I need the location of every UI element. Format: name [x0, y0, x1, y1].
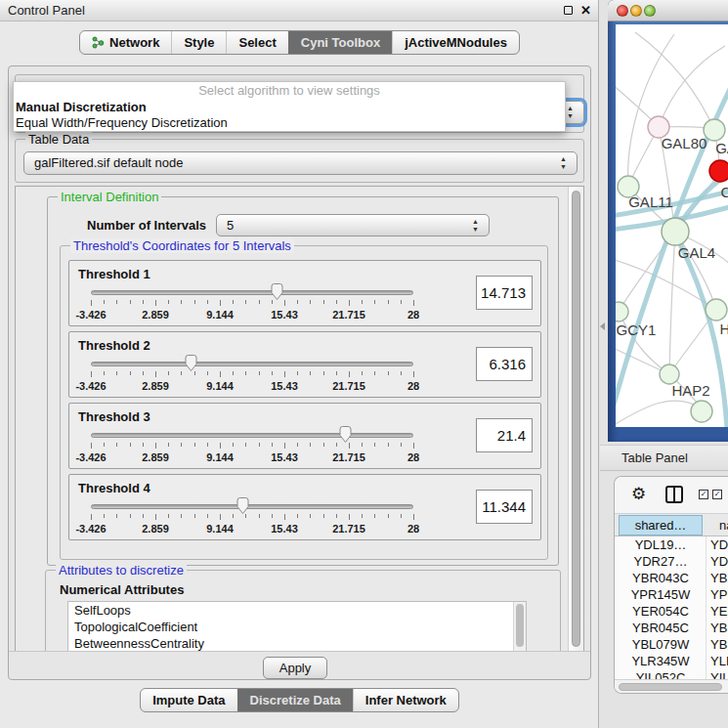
attributes-scrollbar-thumb[interactable] — [516, 604, 524, 647]
network-node-gal4[interactable] — [662, 218, 689, 245]
table-data-combobox[interactable]: galFiltered.sif default node ▲▼ — [23, 151, 578, 175]
cell-name[interactable]: YPR1 — [710, 586, 728, 603]
network-edge[interactable] — [669, 232, 675, 374]
slider-tick — [181, 443, 182, 447]
column-header-shared[interactable]: shared… — [619, 515, 703, 535]
network-edge[interactable] — [616, 259, 716, 310]
cell-shared-name[interactable]: YBR043C — [619, 570, 703, 586]
algorithm-placeholder-option[interactable]: Select algorithm to view settings — [14, 82, 565, 100]
slider-tick-label: 9.144 — [206, 309, 234, 321]
cell-name[interactable]: YDR2 — [710, 553, 728, 570]
tab-select[interactable]: Select — [226, 31, 287, 54]
threshold-value-field[interactable]: 14.713 — [476, 276, 533, 310]
network-node-gcy1[interactable] — [616, 302, 628, 321]
network-edge[interactable] — [628, 34, 674, 187]
network-node[interactable] — [691, 401, 712, 422]
table-row[interactable]: YBR045CYBR0 — [615, 620, 728, 636]
attribute-item[interactable]: SelfLoops — [68, 602, 526, 619]
checkbox-icon[interactable]: ✓ — [699, 490, 708, 499]
table-row[interactable]: YER054CYER0 — [615, 603, 728, 620]
cell-name[interactable]: YBR0 — [710, 620, 728, 636]
cell-shared-name[interactable]: YBL079W — [619, 636, 703, 653]
zoom-traffic-light[interactable] — [644, 5, 656, 17]
settings-scrollbar-thumb[interactable] — [572, 191, 580, 647]
slider-track[interactable] — [91, 433, 413, 438]
slider-thumb[interactable] — [184, 354, 198, 372]
network-node-hap2[interactable] — [660, 364, 679, 384]
network-canvas[interactable]: GAL80GACGAL11GAL4HGCY1HAP2 — [616, 24, 728, 427]
threshold-slider[interactable]: -3.4262.8599.14415.4321.71528 — [83, 425, 435, 468]
network-node-ga[interactable] — [704, 119, 725, 141]
tab-label: Style — [184, 31, 214, 54]
float-window-icon[interactable] — [564, 6, 573, 15]
column-header-name[interactable]: na — [719, 515, 728, 535]
cell-shared-name[interactable]: YDL19… — [619, 536, 703, 553]
slider-tick — [388, 514, 389, 518]
slider-tick-label: 2.859 — [142, 380, 169, 392]
cell-shared-name[interactable]: YBR045C — [619, 620, 703, 636]
slider-tick — [413, 371, 414, 377]
slider-tick — [91, 300, 92, 306]
threshold-slider[interactable]: -3.4262.8599.14415.4321.71528 — [83, 282, 435, 325]
numerical-attributes-list[interactable]: SelfLoopsTopologicalCoefficientBetweenne… — [67, 601, 527, 652]
tab-discretize-data[interactable]: Discretize Data — [237, 689, 353, 711]
cell-name[interactable]: YLR3 — [710, 653, 728, 669]
network-node-c[interactable] — [709, 160, 728, 182]
slider-track[interactable] — [91, 362, 413, 366]
attribute-item[interactable]: BetweennessCentrality — [68, 635, 526, 652]
tab-cyni-toolbox[interactable]: Cyni Toolbox — [288, 31, 392, 54]
cell-shared-name[interactable]: YPR145W — [619, 586, 703, 603]
splitter-arrow[interactable] — [600, 322, 605, 330]
algorithm-option-manual[interactable]: Manual Discretization — [14, 100, 565, 115]
network-titlebar[interactable] — [608, 0, 728, 21]
network-node-label: GAL11 — [628, 193, 673, 210]
table-row[interactable]: YDL19…YDL1 — [615, 536, 728, 553]
apply-button[interactable]: Apply — [263, 657, 327, 679]
checkbox-icon[interactable]: ✓ — [712, 490, 722, 499]
threshold-value-field[interactable]: 6.316 — [476, 347, 533, 381]
slider-track[interactable] — [91, 504, 413, 509]
slider-track[interactable] — [91, 290, 413, 295]
threshold-slider[interactable]: -3.4262.8599.14415.4321.71528 — [83, 354, 435, 397]
attribute-item[interactable]: TopologicalCoefficient — [68, 619, 526, 635]
cell-name[interactable]: YBL0 — [710, 636, 728, 653]
gear-icon[interactable]: ⚙ — [631, 484, 646, 504]
threshold-slider[interactable]: -3.4262.8599.14415.4321.71528 — [83, 496, 435, 539]
slider-thumb[interactable] — [338, 425, 353, 444]
cell-shared-name[interactable]: YDR27… — [619, 553, 703, 570]
tab-jactivemnodules[interactable]: jActiveMNodules — [392, 31, 519, 54]
threshold-value-field[interactable]: 21.4 — [476, 418, 533, 452]
minimize-traffic-light[interactable] — [630, 5, 642, 17]
attributes-scrollbar[interactable] — [513, 602, 526, 651]
table-row[interactable]: YBR043CYBR0 — [615, 570, 728, 586]
network-node-h[interactable] — [706, 299, 727, 321]
table-horizontal-scrollbar[interactable] — [615, 679, 728, 693]
table-row[interactable]: YPR145WYPR1 — [615, 586, 728, 603]
tab-network[interactable]: Network — [80, 31, 171, 54]
table-row[interactable]: YDR27…YDR2 — [615, 553, 728, 570]
cell-shared-name[interactable]: YLR345W — [619, 653, 703, 669]
tab-style[interactable]: Style — [171, 31, 226, 54]
close-icon[interactable]: ✕ — [580, 1, 591, 21]
cell-name[interactable]: YER0 — [710, 603, 728, 620]
cell-name[interactable]: YDL1 — [710, 536, 728, 553]
tab-impute-data[interactable]: Impute Data — [141, 689, 236, 711]
slider-tick — [104, 371, 105, 375]
tab-infer-network[interactable]: Infer Network — [353, 689, 458, 711]
cell-name[interactable]: YBR0 — [710, 570, 728, 586]
algorithm-option-equal-width[interactable]: Equal Width/Frequency Discretization — [14, 115, 565, 131]
slider-thumb[interactable] — [270, 282, 284, 301]
slider-thumb[interactable] — [236, 496, 250, 515]
slider-tick — [245, 443, 246, 447]
cell-shared-name[interactable]: YER054C — [619, 603, 703, 620]
table-row[interactable]: YLR345WYLR3 — [615, 653, 728, 669]
network-edge[interactable] — [616, 401, 702, 427]
settings-vertical-scrollbar[interactable] — [568, 187, 583, 651]
table-hscrollbar-thumb[interactable] — [619, 683, 722, 691]
columns-icon[interactable] — [665, 486, 683, 503]
threshold-value-field[interactable]: 11.344 — [476, 490, 533, 524]
close-traffic-light[interactable] — [617, 5, 628, 17]
number-of-intervals-combobox[interactable]: 5 ▲▼ — [216, 214, 490, 236]
table-row[interactable]: YBL079WYBL0 — [615, 636, 728, 653]
slider-tick — [155, 514, 156, 520]
